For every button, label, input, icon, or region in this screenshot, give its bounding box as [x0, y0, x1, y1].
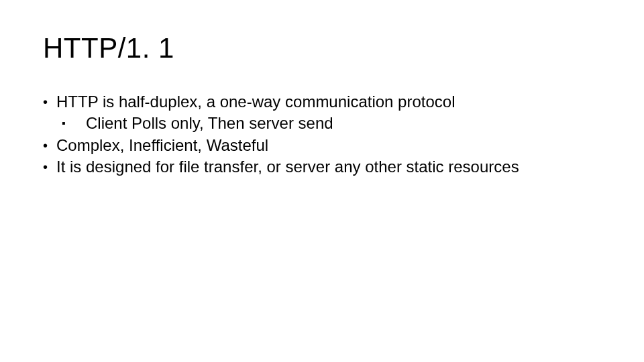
list-item: • Complex, Inefficient, Wasteful [43, 135, 601, 156]
list-item: • HTTP is half-duplex, a one-way communi… [43, 91, 601, 113]
list-item-text: Client Polls only, Then server send [86, 113, 601, 134]
square-bullet-icon: ▪ [62, 113, 86, 134]
list-item-text: Complex, Inefficient, Wasteful [56, 135, 601, 156]
list-item-text: HTTP is half-duplex, a one-way communica… [56, 91, 601, 113]
slide-title: HTTP/1. 1 [43, 32, 601, 64]
list-item: ▪ Client Polls only, Then server send [62, 113, 601, 134]
list-item-text: It is designed for file transfer, or ser… [56, 156, 601, 178]
bullet-list: • HTTP is half-duplex, a one-way communi… [43, 91, 601, 178]
bullet-icon: • [43, 135, 56, 156]
bullet-icon: • [43, 91, 56, 113]
list-item: • It is designed for file transfer, or s… [43, 156, 601, 178]
slide: HTTP/1. 1 • HTTP is half-duplex, a one-w… [0, 0, 644, 362]
bullet-icon: • [43, 156, 56, 178]
